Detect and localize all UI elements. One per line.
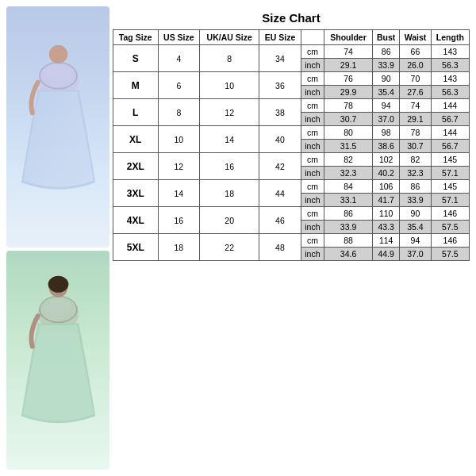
cell-us-size: 8 (158, 99, 200, 126)
table-row: S4834cm748666143 (113, 45, 470, 59)
cell-unit-cm: cm (301, 180, 324, 194)
cell-cm-value: 145 (431, 180, 469, 194)
size-chart-table: Tag Size US Size UK/AU Size EU Size Shou… (113, 29, 470, 261)
cell-cm-value: 94 (373, 99, 400, 113)
cell-inch-value: 44.9 (373, 248, 400, 261)
col-length: Length (431, 30, 469, 45)
cell-unit-inch: inch (301, 140, 324, 153)
cell-cm-value: 94 (400, 234, 431, 248)
cell-inch-value: 43.3 (373, 221, 400, 234)
svg-point-0 (48, 45, 67, 63)
col-shoulder: Shoulder (324, 30, 373, 45)
cell-unit-inch: inch (301, 248, 324, 261)
table-row: L81238cm789474144 (113, 99, 470, 113)
cell-cm-value: 70 (400, 72, 431, 86)
cell-eu-size: 34 (259, 45, 301, 72)
cell-cm-value: 66 (400, 45, 431, 59)
cell-cm-value: 146 (431, 207, 469, 221)
col-eu-size: EU Size (259, 30, 301, 45)
cell-inch-value: 29.1 (324, 59, 373, 72)
cell-tag-size: 2XL (113, 153, 159, 180)
cell-inch-value: 33.1 (324, 194, 373, 207)
cell-tag-size: L (113, 99, 159, 126)
cell-inch-value: 33.9 (324, 221, 373, 234)
cell-inch-value: 33.9 (400, 194, 431, 207)
cell-inch-value: 56.3 (431, 59, 469, 72)
cell-eu-size: 42 (259, 153, 301, 180)
chart-column: Size Chart Tag Size US Size UK/AU Size E… (113, 6, 470, 470)
cell-inch-value: 57.1 (431, 167, 469, 180)
cell-unit-cm: cm (301, 234, 324, 248)
cell-inch-value: 40.2 (373, 167, 400, 180)
cell-unit-inch: inch (301, 113, 324, 126)
col-unit (301, 30, 324, 45)
cell-inch-value: 57.5 (431, 248, 469, 261)
cell-tag-size: XL (113, 126, 159, 153)
cell-eu-size: 40 (259, 126, 301, 153)
cell-unit-cm: cm (301, 126, 324, 140)
cell-eu-size: 44 (259, 180, 301, 207)
cell-tag-size: 4XL (113, 207, 159, 234)
cell-inch-value: 35.4 (400, 221, 431, 234)
col-bust: Bust (373, 30, 400, 45)
cell-cm-value: 82 (400, 153, 431, 167)
cell-inch-value: 26.0 (400, 59, 431, 72)
cell-cm-value: 78 (324, 99, 373, 113)
main-container: Size Chart Tag Size US Size UK/AU Size E… (0, 0, 476, 476)
cell-cm-value: 143 (431, 72, 469, 86)
cell-inch-value: 34.6 (324, 248, 373, 261)
cell-ukau-size: 8 (200, 45, 259, 72)
cell-cm-value: 145 (431, 153, 469, 167)
cell-cm-value: 78 (400, 126, 431, 140)
cell-unit-inch: inch (301, 59, 324, 72)
col-us-size: US Size (158, 30, 200, 45)
cell-cm-value: 86 (324, 207, 373, 221)
svg-point-3 (45, 66, 71, 81)
svg-point-8 (45, 299, 71, 314)
cell-cm-value: 76 (324, 72, 373, 86)
cell-cm-value: 106 (373, 180, 400, 194)
col-waist: Waist (400, 30, 431, 45)
cell-unit-cm: cm (301, 207, 324, 221)
cell-us-size: 10 (158, 126, 200, 153)
cell-inch-value: 32.3 (400, 167, 431, 180)
cell-tag-size: 5XL (113, 234, 159, 261)
cell-inch-value: 32.3 (324, 167, 373, 180)
cell-cm-value: 144 (431, 126, 469, 140)
cell-cm-value: 98 (373, 126, 400, 140)
dress-image-top (6, 6, 109, 248)
cell-tag-size: 3XL (113, 180, 159, 207)
table-row: XL101440cm809878144 (113, 126, 470, 140)
cell-cm-value: 90 (400, 207, 431, 221)
cell-cm-value: 143 (431, 45, 469, 59)
table-row: 4XL162046cm8611090146 (113, 207, 470, 221)
cell-inch-value: 56.7 (431, 140, 469, 153)
cell-inch-value: 37.0 (400, 248, 431, 261)
cell-unit-cm: cm (301, 99, 324, 113)
cell-ukau-size: 14 (200, 126, 259, 153)
cell-cm-value: 114 (373, 234, 400, 248)
cell-inch-value: 57.5 (431, 221, 469, 234)
cell-eu-size: 46 (259, 207, 301, 234)
cell-unit-inch: inch (301, 194, 324, 207)
table-row: 2XL121642cm8210282145 (113, 153, 470, 167)
cell-cm-value: 82 (324, 153, 373, 167)
cell-unit-inch: inch (301, 221, 324, 234)
cell-ukau-size: 20 (200, 207, 259, 234)
cell-unit-inch: inch (301, 167, 324, 180)
cell-inch-value: 31.5 (324, 140, 373, 153)
cell-inch-value: 29.9 (324, 86, 373, 99)
cell-inch-value: 30.7 (400, 140, 431, 153)
cell-unit-cm: cm (301, 45, 324, 59)
cell-unit-inch: inch (301, 86, 324, 99)
cell-inch-value: 38.6 (373, 140, 400, 153)
cell-cm-value: 102 (373, 153, 400, 167)
cell-cm-value: 74 (400, 99, 431, 113)
cell-eu-size: 36 (259, 72, 301, 99)
cell-us-size: 6 (158, 72, 200, 99)
cell-cm-value: 84 (324, 180, 373, 194)
cell-inch-value: 27.6 (400, 86, 431, 99)
cell-cm-value: 90 (373, 72, 400, 86)
col-ukau-size: UK/AU Size (200, 30, 259, 45)
cell-us-size: 14 (158, 180, 200, 207)
